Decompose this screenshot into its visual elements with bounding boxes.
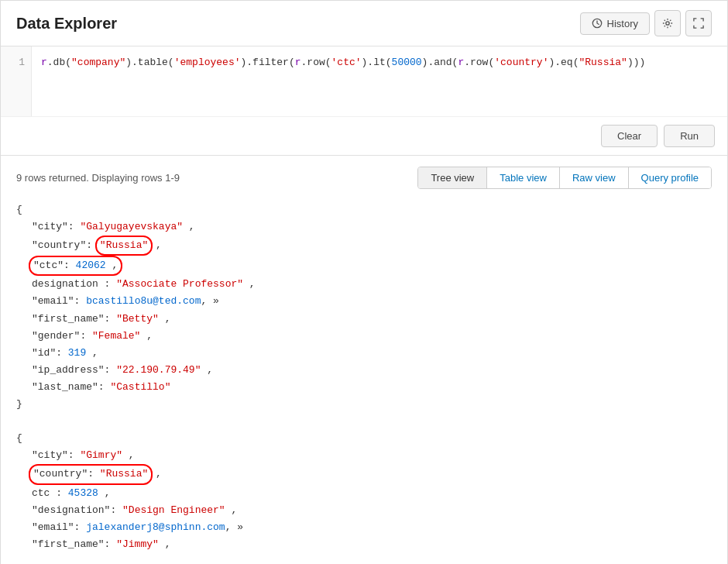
- settings-button[interactable]: [654, 10, 681, 36]
- results-summary: 9 rows returned. Displaying rows 1-9: [16, 172, 180, 184]
- tab-query-profile[interactable]: Query profile: [629, 167, 711, 188]
- line-numbers: 1: [1, 46, 32, 116]
- clear-button[interactable]: Clear: [601, 125, 658, 147]
- run-button[interactable]: Run: [664, 125, 715, 147]
- svg-point-1: [666, 22, 669, 25]
- tab-raw-view[interactable]: Raw view: [560, 167, 629, 188]
- line-number-1: 1: [1, 54, 31, 71]
- tab-tree-view[interactable]: Tree view: [418, 167, 487, 188]
- fullscreen-button[interactable]: [685, 10, 712, 36]
- query-editor[interactable]: r.db("company").table('employees').filte…: [32, 46, 727, 116]
- results-tabs: Tree view Table view Raw view Query prof…: [417, 167, 712, 189]
- history-icon: [592, 18, 603, 29]
- expand-icon: [693, 18, 704, 29]
- gear-icon: [662, 18, 673, 29]
- page-title: Data Explorer: [16, 15, 117, 33]
- history-label: History: [607, 18, 638, 29]
- results-content[interactable]: { "city": "Galyugayevskaya" , "country":…: [16, 197, 712, 553]
- tab-table-view[interactable]: Table view: [487, 167, 560, 188]
- json-output: { "city": "Galyugayevskaya" , "country":…: [16, 197, 712, 553]
- history-button[interactable]: History: [580, 12, 650, 35]
